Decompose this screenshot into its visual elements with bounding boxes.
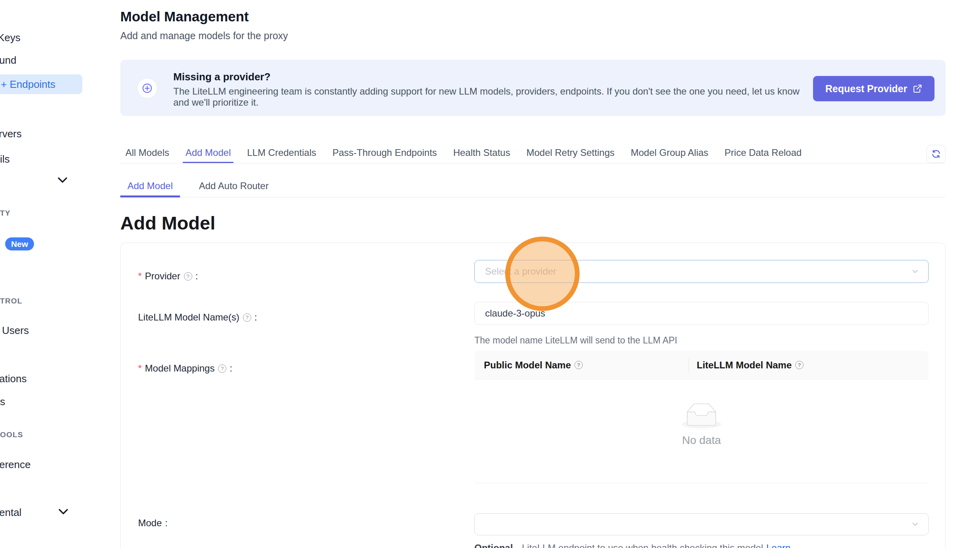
mode-label: Mode : [138,518,168,529]
refresh-button[interactable] [927,145,946,163]
chevron-down-icon[interactable] [57,507,69,516]
column-litellm-model-name: LiteLLM Model Name ? [697,360,804,371]
sidebar-item-playground[interactable]: und [0,54,16,66]
model-name-label: LiteLLM Model Name(s) ? : [138,312,257,323]
new-badge: New [5,237,34,250]
empty-inbox-icon [682,403,721,429]
sidebar-section-header: TY [0,209,11,218]
add-model-heading: Add Model [120,212,215,234]
chevron-down-icon [911,520,919,529]
plus-circle-icon [137,78,157,99]
learn-link[interactable]: Learn [766,542,790,548]
model-tabs: All Models Add Model LLM Credentials Pas… [120,142,946,163]
tab-add-model[interactable]: Add Model [183,142,234,163]
label-colon: : [195,271,198,282]
tab-price-data-reload[interactable]: Price Data Reload [722,142,804,163]
question-circle-icon[interactable]: ? [574,361,583,369]
subtab-add-model[interactable]: Add Model [120,174,180,197]
provider-placeholder: Select a provider [485,266,556,277]
model-mappings-table: Public Model Name ? LiteLLM Model Name ? [474,351,929,483]
banner-body: The LiteLLM engineering team is constant… [173,86,806,108]
mode-helper: Optional- LiteLLM endpoint to use when h… [474,542,790,548]
chevron-down-icon [911,267,919,276]
model-name-label-text: LiteLLM Model Name(s) [138,312,239,323]
column-label: Public Model Name [484,360,571,371]
page-title: Model Management [120,9,249,25]
tab-all-models[interactable]: All Models [123,142,172,163]
question-circle-icon[interactable]: ? [243,313,251,322]
chevron-down-icon[interactable] [57,176,68,184]
tab-model-group-alias[interactable]: Model Group Alias [628,142,711,163]
label-colon: : [229,363,232,374]
sidebar-section-header: OOLS [0,430,23,439]
provider-label: * Provider ? : [138,271,198,282]
sidebar-item-endpoints-active[interactable]: + Endpoints [0,74,82,94]
provider-label-text: Provider [145,271,180,282]
no-data-text: No data [682,434,721,447]
column-label: LiteLLM Model Name [697,360,792,371]
add-model-subtabs: Add Model Add Auto Router [120,174,946,197]
request-provider-button[interactable]: Request Provider [813,76,935,101]
label-colon: : [254,312,257,323]
sidebar-item-guardrails[interactable]: ils [0,153,10,165]
empty-state: No data [474,403,929,447]
model-mappings-label-text: Model Mappings [145,363,214,374]
subtab-add-auto-router[interactable]: Add Auto Router [192,174,276,197]
provider-select[interactable]: Select a provider [474,260,929,283]
required-asterisk: * [138,363,142,374]
tab-llm-credentials[interactable]: LLM Credentials [244,142,319,163]
refresh-icon [931,149,941,159]
sidebar-item-teams[interactable]: s [0,396,5,408]
request-provider-label: Request Provider [825,83,907,95]
sidebar-item-organizations[interactable]: ations [0,373,27,385]
optional-text: Optional [474,542,513,548]
model-name-value: claude-3-opus [485,308,545,319]
tab-pass-through-endpoints[interactable]: Pass-Through Endpoints [330,142,440,163]
column-divider [688,358,689,372]
mode-select[interactable] [474,513,929,535]
sidebar-item-keys[interactable]: Keys [0,32,21,44]
sidebar-item-servers[interactable]: rvers [0,128,22,140]
banner-title: Missing a provider? [173,71,271,83]
model-mappings-label: * Model Mappings ? : [138,363,232,374]
tab-health-status[interactable]: Health Status [450,142,513,163]
mappings-table-header: Public Model Name ? LiteLLM Model Name ? [474,351,929,379]
tab-model-retry-settings[interactable]: Model Retry Settings [523,142,617,163]
mode-helper-text: - LiteLLM endpoint to use when health ch… [516,542,763,548]
sidebar-item-reference[interactable]: erence [0,459,31,471]
question-circle-icon[interactable]: ? [795,361,804,369]
column-public-model-name: Public Model Name ? [484,360,583,371]
page-subtitle: Add and manage models for the proxy [120,30,288,42]
sidebar-item-users[interactable]: Users [2,324,29,337]
missing-provider-banner: Missing a provider? The LiteLLM engineer… [120,60,946,116]
sidebar-item-experimental[interactable]: ental [0,506,21,519]
label-colon: : [165,518,168,529]
add-model-card: * Provider ? : Select a provider LiteLLM… [120,243,946,548]
model-management-page: Keys und + Endpoints rvers ils TY New TR… [0,0,980,548]
mode-label-text: Mode [138,518,162,529]
question-circle-icon[interactable]: ? [184,272,192,281]
sidebar-section-header: TROL [0,297,23,305]
new-badge-label: New [11,239,28,249]
mappings-table-body: No data [474,379,929,483]
model-name-input[interactable]: claude-3-opus [474,302,929,325]
required-asterisk: * [138,271,142,282]
sidebar-item-label: + Endpoints [0,78,55,91]
external-link-icon [913,84,922,93]
model-name-helper: The model name LiteLLM will send to the … [474,335,677,346]
question-circle-icon[interactable]: ? [218,364,226,373]
